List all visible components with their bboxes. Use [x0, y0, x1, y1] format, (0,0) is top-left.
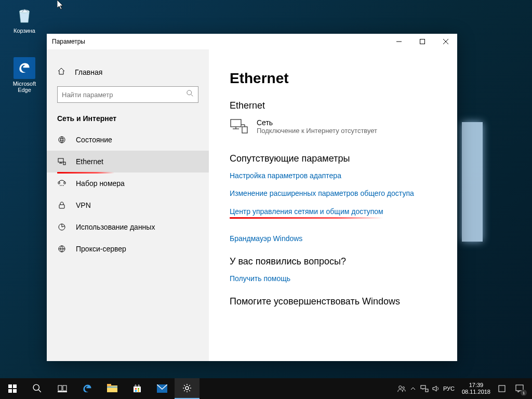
svg-rect-13 [63, 162, 65, 165]
svg-rect-50 [421, 385, 425, 389]
taskbar-clock[interactable]: 17:39 08.11.2018 [458, 382, 495, 395]
svg-rect-51 [425, 389, 428, 392]
svg-point-18 [63, 185, 64, 186]
svg-point-49 [403, 387, 405, 389]
svg-rect-2 [420, 39, 424, 44]
start-button[interactable] [0, 378, 25, 399]
svg-point-48 [399, 386, 402, 389]
desktop-icon-edge[interactable]: Microsoft Edge [6, 57, 43, 93]
svg-rect-23 [231, 119, 241, 127]
link-adapter-settings[interactable]: Настройка параметров адаптера [230, 171, 436, 180]
minimize-button[interactable] [387, 34, 410, 49]
svg-rect-29 [8, 384, 12, 388]
tray-chevron-up-icon[interactable] [409, 384, 417, 393]
svg-rect-10 [58, 158, 63, 162]
sidebar-item-proxy[interactable]: Прокси-сервер [47, 238, 209, 260]
task-view-button[interactable] [50, 378, 75, 399]
link-advanced-sharing[interactable]: Изменение расширенных параметров общего … [230, 189, 436, 197]
svg-rect-32 [13, 389, 17, 393]
network-tray-icon[interactable] [420, 384, 429, 393]
sidebar-item-data-usage[interactable]: Использование данных [47, 216, 209, 238]
svg-rect-35 [58, 385, 62, 391]
volume-icon[interactable] [432, 384, 440, 393]
taskbar-explorer[interactable] [100, 378, 125, 399]
taskbar-store[interactable] [125, 378, 150, 399]
desktop-light-accent [462, 122, 483, 242]
taskbar-settings[interactable] [175, 378, 200, 399]
svg-rect-44 [135, 390, 137, 392]
svg-line-6 [191, 95, 193, 97]
sidebar-item-ethernet[interactable]: Ethernet [47, 151, 209, 172]
ethernet-icon [57, 157, 66, 166]
svg-rect-39 [107, 384, 111, 387]
svg-rect-19 [59, 205, 64, 208]
network-item[interactable]: Сеть Подключение к Интернету отсутствует [230, 118, 436, 135]
search-input[interactable] [62, 91, 187, 99]
status-icon [57, 135, 66, 144]
cursor-icon [57, 0, 64, 10]
proxy-icon [57, 244, 66, 254]
clock-date: 08.11.2018 [462, 389, 490, 395]
desktop-icon-label: Корзина [6, 28, 43, 34]
svg-rect-42 [135, 388, 137, 390]
dialup-icon [57, 179, 66, 188]
vpn-icon [57, 201, 66, 210]
svg-rect-36 [63, 385, 66, 391]
questions-heading: У вас появились вопросы? [230, 256, 436, 267]
network-adapter-icon [230, 118, 248, 134]
notification-badge: 1 [521, 390, 527, 396]
titlebar[interactable]: Параметры [47, 34, 457, 49]
feedback-heading: Помогите усовершенствовать Windows [230, 296, 436, 307]
svg-point-7 [59, 137, 65, 143]
input-icon[interactable] [498, 384, 506, 393]
svg-point-33 [33, 384, 39, 390]
people-icon[interactable] [397, 384, 406, 393]
svg-rect-40 [107, 387, 117, 388]
language-indicator[interactable]: РУС [443, 385, 455, 392]
sidebar-item-dialup[interactable]: Набор номера [47, 172, 209, 194]
action-center-button[interactable]: 1 [509, 378, 530, 399]
taskbar-edge[interactable] [75, 378, 100, 399]
clock-time: 17:39 [462, 382, 490, 389]
sidebar-item-label: Набор номера [76, 179, 125, 188]
link-network-center[interactable]: Центр управления сетями и общим доступом [230, 207, 383, 216]
ethernet-heading: Ethernet [230, 100, 436, 111]
sidebar-item-label: VPN [76, 201, 91, 209]
svg-rect-15 [64, 182, 65, 184]
sidebar-item-vpn[interactable]: VPN [47, 194, 209, 216]
link-get-help[interactable]: Получить помощь [230, 274, 436, 283]
settings-window: Параметры Главная Сеть и Интернет Состоя… [47, 34, 457, 361]
desktop-icon-recycle-bin[interactable]: Корзина [6, 4, 43, 34]
sidebar-item-status[interactable]: Состояние [47, 129, 209, 151]
window-title: Параметры [52, 38, 387, 45]
desktop-icon-label: Microsoft Edge [6, 81, 43, 93]
svg-line-34 [38, 390, 41, 392]
svg-point-17 [61, 185, 62, 186]
sidebar-item-label: Состояние [76, 136, 112, 144]
sidebar-item-label: Прокси-сервер [76, 245, 126, 253]
data-usage-icon [57, 222, 66, 232]
home-link[interactable]: Главная [47, 62, 209, 82]
svg-rect-14 [58, 182, 60, 184]
svg-rect-31 [8, 389, 12, 393]
annotation-underline [230, 217, 383, 219]
sidebar-item-label: Использование данных [76, 223, 155, 231]
search-icon [187, 90, 194, 99]
taskbar: РУС 17:39 08.11.2018 1 [0, 378, 532, 399]
svg-point-16 [60, 185, 61, 186]
main-content: Ethernet Ethernet Сеть Подключение к Инт… [209, 49, 457, 361]
svg-rect-43 [138, 388, 139, 390]
sidebar: Главная Сеть и Интернет Состояние Ethern… [47, 49, 209, 361]
svg-rect-30 [13, 384, 17, 388]
taskbar-search[interactable] [25, 378, 50, 399]
maximize-button[interactable] [410, 34, 434, 49]
recycle-bin-icon [14, 4, 35, 26]
svg-rect-41 [134, 387, 141, 392]
taskbar-mail[interactable] [150, 378, 175, 399]
home-label: Главная [75, 68, 102, 76]
close-button[interactable] [434, 34, 457, 49]
search-box[interactable] [57, 86, 198, 103]
link-firewall[interactable]: Брандмауэр Windows [230, 234, 436, 243]
svg-rect-26 [242, 127, 247, 133]
svg-rect-53 [499, 385, 505, 392]
